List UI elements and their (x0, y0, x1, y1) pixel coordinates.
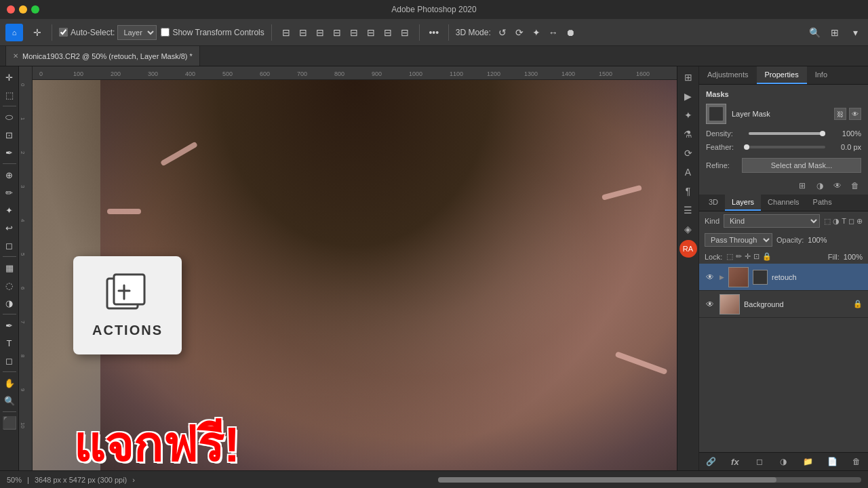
close-button[interactable] (7, 5, 15, 14)
tab-info[interactable]: Info (807, 66, 835, 84)
adjust-filter-icon[interactable]: ◑ (833, 217, 840, 226)
new-layer-icon[interactable]: 📄 (826, 455, 838, 468)
align-top-icon[interactable]: ⊟ (330, 25, 344, 40)
filter-icon[interactable]: ⚗ (680, 126, 696, 142)
lock-all-icon[interactable]: 🔒 (762, 252, 772, 261)
density-thumb[interactable] (820, 131, 825, 136)
layer-mask-row[interactable]: Layer Mask ⛓ 👁 (699, 101, 868, 127)
mask-invert-icon[interactable]: ◑ (814, 180, 826, 192)
distribute-v-icon[interactable]: ⊟ (397, 25, 412, 40)
3d-orbit-icon[interactable]: ✦ (529, 25, 544, 40)
horizontal-scrollbar[interactable] (438, 477, 861, 483)
feather-thumb[interactable] (744, 144, 749, 150)
feather-slider[interactable] (749, 146, 825, 148)
distribute-h-icon[interactable]: ⊟ (380, 25, 395, 40)
smart-filters-icon[interactable]: ⟳ (680, 145, 696, 161)
auto-select-checkbox[interactable] (59, 28, 68, 37)
mask-delete-icon[interactable]: 🗑 (849, 180, 861, 192)
3d-rotate-icon[interactable]: ↺ (495, 25, 510, 40)
pixel-filter-icon[interactable]: ⬚ (824, 217, 831, 226)
align-left-icon[interactable]: ⊟ (279, 25, 294, 40)
move-tool[interactable]: ✛ (1, 69, 18, 85)
align-middle-icon[interactable]: ⊟ (347, 25, 361, 40)
scrollbar-thumb[interactable] (438, 477, 776, 483)
lock-position-icon[interactable]: ✛ (745, 252, 751, 261)
lock-artboard-icon[interactable]: ⊡ (753, 252, 760, 261)
search-icon[interactable]: 🔍 (807, 25, 822, 40)
gradient-tool[interactable]: ▦ (1, 260, 18, 276)
align-right-icon[interactable]: ⊟ (313, 25, 328, 40)
lock-transparent-icon[interactable]: ⬚ (726, 252, 733, 261)
minimize-button[interactable] (19, 5, 27, 14)
fx-icon[interactable]: fx (729, 455, 741, 468)
new-group-icon[interactable]: 📁 (802, 455, 814, 468)
add-mask-icon[interactable]: ◻ (753, 455, 766, 468)
3d-icon-sidebar[interactable]: ◈ (680, 221, 696, 237)
layer-visibility-background[interactable]: 👁 (705, 299, 715, 310)
layer-item-retouch[interactable]: 👁 ▶ retouch (699, 264, 868, 291)
tab-3d[interactable]: 3D (702, 195, 725, 211)
align-center-h-icon[interactable]: ⊟ (296, 25, 311, 40)
tab-properties[interactable]: Properties (757, 66, 807, 84)
type-tool[interactable]: T (1, 335, 18, 351)
window-controls[interactable] (7, 5, 39, 14)
type-filter-icon[interactable]: T (842, 217, 846, 226)
crop-tool[interactable]: ⊡ (1, 127, 18, 143)
eyedropper-tool[interactable]: ✒ (1, 144, 18, 161)
type-r-icon[interactable]: A (680, 164, 696, 180)
more-options-icon[interactable]: ••• (427, 25, 441, 40)
blend-mode-select[interactable]: Pass Through (705, 233, 772, 247)
history-brush-tool[interactable]: ↩ (1, 220, 18, 236)
link-icon[interactable]: 🔗 (705, 455, 717, 468)
move-tool-icon[interactable]: ✛ (30, 25, 45, 40)
canvas-content[interactable]: ACTIONS แจกฟรี! action ทำผิวเนียน (33, 80, 677, 470)
play-icon[interactable]: ▶ (680, 88, 696, 104)
kind-select[interactable]: Kind (724, 214, 820, 228)
density-slider[interactable] (749, 132, 825, 135)
adjustments-icon[interactable]: ⊞ (680, 69, 696, 85)
new-adjustment-icon[interactable]: ◑ (777, 455, 789, 468)
maximize-button[interactable] (31, 5, 39, 14)
paragraph-icon[interactable]: ¶ (680, 183, 696, 199)
layer-item-background[interactable]: 👁 Background 🔒 (699, 291, 868, 318)
3d-roll-icon[interactable]: ↔ (546, 25, 561, 40)
group-arrow-icon[interactable]: ▶ (719, 274, 724, 281)
marquee-tool[interactable]: ⬚ (1, 87, 18, 103)
document-tab[interactable]: ✕ Monica1903.CR2 @ 50% (retouch, Layer M… (5, 46, 200, 66)
brush-tool[interactable]: ✏ (1, 184, 18, 201)
mask-mode-icon[interactable]: ⊞ (796, 180, 808, 192)
tab-close-icon[interactable]: ✕ (13, 52, 18, 60)
mask-view-icon[interactable]: 👁 (831, 180, 844, 192)
libraries-icon[interactable]: ☰ (680, 202, 696, 218)
transform-controls-checkbox[interactable] (161, 28, 170, 37)
select-and-mask-button[interactable]: Select and Mask... (742, 158, 861, 173)
align-bottom-icon[interactable]: ⊟ (363, 25, 378, 40)
mask-link-icon[interactable]: ⛓ (834, 108, 846, 120)
workspace-icon[interactable]: ⊞ (827, 25, 842, 40)
tab-layers[interactable]: Layers (725, 195, 761, 211)
canvas-image-area[interactable]: ACTIONS แจกฟรี! action ทำผิวเนียน (33, 80, 677, 470)
lock-pixels-icon[interactable]: ✏ (736, 252, 742, 261)
hand-tool[interactable]: ✋ (1, 375, 18, 391)
pen-tool[interactable]: ✒ (1, 317, 18, 333)
tab-channels[interactable]: Channels (761, 195, 806, 211)
layer-select[interactable]: Layer (117, 25, 157, 40)
mask-visibility-icon[interactable]: 👁 (849, 108, 861, 120)
navigate-icon[interactable]: › (132, 476, 135, 484)
arrange-icon[interactable]: ▾ (848, 25, 863, 40)
dodge-tool[interactable]: ◑ (1, 295, 18, 311)
user-avatar-icon[interactable]: RA (679, 240, 697, 258)
tab-adjustments[interactable]: Adjustments (699, 66, 757, 84)
eraser-tool[interactable]: ◻ (1, 237, 18, 253)
home-icon[interactable]: ⌂ (5, 24, 23, 41)
tab-paths[interactable]: Paths (806, 195, 839, 211)
blur-tool[interactable]: ◌ (1, 277, 18, 293)
shape-tool[interactable]: ◻ (1, 352, 18, 369)
smartobj-filter-icon[interactable]: ⊕ (856, 217, 863, 226)
clone-stamp-tool[interactable]: ✦ (1, 202, 18, 218)
foreground-color[interactable]: ⬛ (1, 415, 18, 431)
shape-filter-icon[interactable]: ◻ (848, 217, 854, 226)
sparkle-icon[interactable]: ✦ (680, 107, 696, 123)
layer-visibility-retouch[interactable]: 👁 (705, 272, 715, 283)
lasso-tool[interactable]: ⬭ (1, 109, 18, 125)
